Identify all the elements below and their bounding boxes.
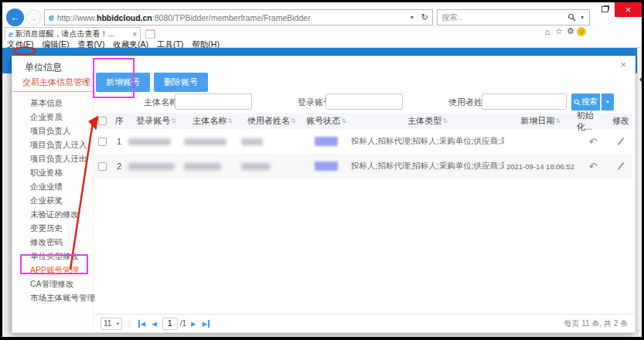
chevron-down-icon: ▾ <box>117 321 119 327</box>
table-header-row: 序 登录账号⇅ 主体名称⇅ 使用者姓名⇅ 账号状态⇅ 主体类型⇅ 新增日期⇅ 初… <box>94 113 632 129</box>
menu-edit[interactable]: 编辑(E) <box>42 40 69 48</box>
sidebar-item-change-password[interactable]: 修改密码 <box>12 235 93 249</box>
search-placeholder: 搜索.. <box>438 12 462 23</box>
search-icon <box>574 99 581 106</box>
next-page-button[interactable]: ▶ <box>191 320 196 328</box>
table-row: 2 投标人;招标代理;招标人;采购单位;供应商;采购代理 2021-09-14 … <box>94 154 632 178</box>
delete-account-button[interactable]: 删除账号 <box>154 73 208 92</box>
col-initialize: 初始化... <box>577 110 609 133</box>
col-created-date[interactable]: 新增日期⇅ <box>504 115 577 127</box>
address-dropdown-icon[interactable]: ▾ <box>407 14 417 21</box>
first-page-button[interactable]: ◀ <box>138 320 146 328</box>
search-magnifier-icon[interactable] <box>567 13 576 22</box>
tab-title: 新消息提醒，请点击查看！... <box>15 29 130 39</box>
edit-pencil-icon[interactable] <box>618 162 625 171</box>
col-user-name[interactable]: 使用者姓名⇅ <box>241 115 302 127</box>
select-all-checkbox[interactable] <box>98 117 107 125</box>
created-date-text: 2021-09-14 18:06:52 <box>504 162 577 171</box>
restore-button[interactable] <box>595 2 615 16</box>
browser-tab[interactable]: e 新消息提醒，请点击查看！... × <box>5 27 141 40</box>
close-window-button[interactable]: × <box>615 2 642 17</box>
sort-icon[interactable]: ⇅ <box>442 117 448 124</box>
search-dropdown-icon[interactable]: ▾ <box>578 14 587 21</box>
prev-page-button[interactable]: ◀ <box>152 320 157 328</box>
url-text: http://www.hbbidcloud.cn:8080/TPBidder/m… <box>57 13 311 22</box>
divider: | <box>128 319 130 328</box>
initialize-undo-icon[interactable]: ↶ <box>589 136 598 148</box>
address-bar[interactable]: e http://www.hbbidcloud.cn:8080/TPBidder… <box>44 9 433 26</box>
sort-icon[interactable]: ⇅ <box>171 117 176 124</box>
sidebar-item-unverified-changes[interactable]: 未验证的修改 <box>12 207 93 221</box>
browser-search-box[interactable]: 搜索.. ▾ <box>437 9 590 26</box>
chevron-down-icon: ▾ <box>84 72 87 92</box>
back-button[interactable]: ← <box>6 8 24 26</box>
sidebar-item-project-manager[interactable]: 项目负责人 <box>12 124 93 138</box>
sidebar-item-market-entity-account-management[interactable]: 市场主体账号管理 <box>12 291 93 304</box>
sidebar-item-enterprise-awards[interactable]: 企业获奖 <box>12 193 93 207</box>
col-account-status[interactable]: 账号状态⇅ <box>302 115 351 127</box>
menu-tools[interactable]: 工具(T) <box>157 40 183 48</box>
row-seq: 2 <box>110 162 128 171</box>
pagination-bar: 11▾ | ◀ ◀ /1 ▶ ▶ 每页 11 条, 共 2 条 <box>94 314 635 332</box>
search-button[interactable]: 搜索 <box>571 94 600 110</box>
row-checkbox[interactable] <box>98 138 107 146</box>
tab-close-icon[interactable]: × <box>132 30 137 39</box>
sort-icon[interactable]: ⇅ <box>341 117 346 124</box>
user-name-input[interactable] <box>482 94 567 110</box>
page-scrollbar[interactable] <box>637 48 642 337</box>
browser-window: × ← → e http://www.hbbidcloud.cn:8080/TP… <box>2 2 642 337</box>
current-page-input[interactable] <box>162 318 178 330</box>
sort-icon[interactable]: ⇅ <box>555 117 561 124</box>
total-pages-label: /1 <box>180 319 186 328</box>
sidebar-item-professional-qualification[interactable]: 职业资格 <box>12 165 93 179</box>
add-account-button[interactable]: 新增账号 <box>96 73 150 92</box>
initialize-undo-icon[interactable]: ↶ <box>589 161 598 172</box>
sidebar-item-project-manager-transfer-out[interactable]: 项目负责人迁出 <box>12 151 93 165</box>
menu-file[interactable]: 文件(F) <box>7 40 33 48</box>
modal-close-icon[interactable]: × <box>620 59 626 70</box>
redacted-user-name <box>241 163 271 170</box>
redacted-user-name <box>241 138 263 145</box>
sidebar-item-project-manager-transfer-in[interactable]: 项目负责人迁入 <box>12 138 93 151</box>
sort-icon[interactable]: ⇅ <box>227 117 233 124</box>
forward-button[interactable]: → <box>26 9 42 26</box>
sidebar-item-enterprise-performance[interactable]: 企业业绩 <box>12 179 93 193</box>
menu-view[interactable]: 查看(V) <box>77 40 104 48</box>
sidebar-item-basic-info[interactable]: 基本信息 <box>12 96 93 110</box>
menu-bar: 文件(F) 编辑(E) 查看(V) 收藏夹(A) 工具(T) 帮助(H) <box>7 40 220 48</box>
login-account-input[interactable] <box>325 94 403 110</box>
row-seq: 1 <box>110 137 128 146</box>
menu-favorites[interactable]: 收藏夹(A) <box>113 40 148 48</box>
ie-page-icon: e <box>49 12 54 23</box>
sidebar-item-unit-type-change[interactable]: 单位类型修改 <box>12 249 93 263</box>
subject-name-input[interactable] <box>175 94 252 110</box>
browser-chrome: × ← → e http://www.hbbidcloud.cn:8080/TP… <box>2 2 642 48</box>
menu-help[interactable]: 帮助(H) <box>192 40 220 48</box>
refresh-icon[interactable]: ↻ <box>417 12 432 22</box>
col-login-account[interactable]: 登录账号⇅ <box>128 115 184 127</box>
col-subject-name[interactable]: 主体名称⇅ <box>184 115 241 127</box>
row-checkbox[interactable] <box>98 162 107 171</box>
sidebar-item-change-history[interactable]: 变更历史 <box>12 221 93 235</box>
edit-pencil-icon[interactable] <box>618 138 625 146</box>
screenshot-frame: × ← → e http://www.hbbidcloud.cn:8080/TP… <box>0 0 644 340</box>
search-more-dropdown-button[interactable]: ▾ <box>601 94 614 110</box>
pagination-summary: 每页 11 条, 共 2 条 <box>564 318 635 329</box>
subject-type-text: 投标人;招标代理;招标人;采购单位;供应商;采购代理 <box>351 136 504 147</box>
tab-ie-icon: e <box>9 30 13 39</box>
sidebar-item-enterprise-qualification[interactable]: 企业资质 <box>12 110 93 124</box>
status-badge <box>315 162 338 171</box>
new-tab-button[interactable] <box>145 29 155 39</box>
col-subject-type[interactable]: 主体类型⇅ <box>351 115 504 127</box>
scrollbar-arrow[interactable] <box>637 77 642 82</box>
col-seq: 序 <box>110 115 128 127</box>
last-page-button[interactable]: ▶ <box>203 320 210 328</box>
sidebar-group-trade-entity-info[interactable]: 交易主体信息管理 ▾ <box>12 72 93 92</box>
modal-content: 新增账号 删除账号 主体名称: 登录账号: 使用者姓名: 搜索 <box>94 72 635 332</box>
sidebar-item-app-account-management[interactable]: APP账号管理 <box>12 263 93 277</box>
sidebar: 交易主体信息管理 ▾ 基本信息 企业资质 项目负责人 项目负责人迁入 项目负责人… <box>12 72 94 332</box>
sidebar-item-ca-management-change[interactable]: CA管理修改 <box>12 277 93 291</box>
page-size-select[interactable]: 11▾ <box>101 318 122 330</box>
table-row: 1 投标人;招标代理;招标人;采购单位;供应商;采购代理 ↶ <box>94 129 632 154</box>
sort-icon[interactable]: ⇅ <box>291 117 296 124</box>
